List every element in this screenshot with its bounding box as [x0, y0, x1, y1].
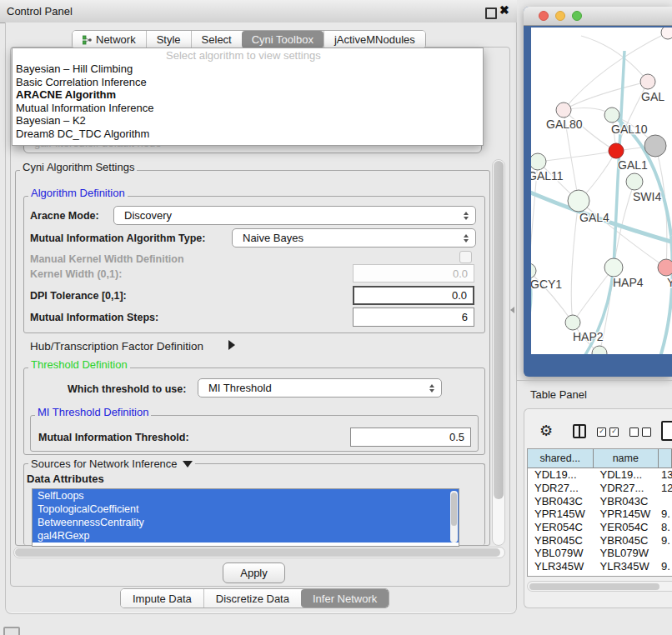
dpi-tolerance-field[interactable]	[353, 286, 474, 305]
manual-kernel-width-checkbox[interactable]	[459, 251, 472, 263]
table-cell: 9.	[659, 508, 672, 520]
tab-style[interactable]: Style	[146, 31, 191, 48]
tab-cyni-toolbox[interactable]: Cyni Toolbox	[242, 31, 323, 48]
select-all-checks-icon[interactable]: ✓✓	[597, 428, 619, 437]
dpi-tolerance-label: DPI Tolerance [0,1]:	[30, 290, 127, 302]
table-cell: YLR345W	[528, 560, 594, 572]
data-attribute-item[interactable]: SelfLoops	[33, 489, 459, 502]
network-node-hap4[interactable]	[604, 258, 623, 277]
column-header[interactable]	[659, 449, 672, 468]
columns-icon[interactable]	[573, 424, 586, 438]
sources-collapse-icon[interactable]	[183, 461, 193, 468]
table-row[interactable]: YLR345WYLR345W9.	[528, 560, 672, 573]
network-node-gal10[interactable]	[604, 108, 619, 122]
algorithm-option[interactable]: Mutual Information Inference	[13, 102, 483, 115]
app-root: Control Panel ✖ NetworkStyleSelectCyni T…	[0, 0, 672, 635]
table-row[interactable]: YPR145WYPR145W9.	[528, 508, 672, 521]
network-edge[interactable]	[656, 236, 672, 354]
table-row[interactable]: YDR27...YDR27...12	[528, 482, 672, 495]
network-node-swi4[interactable]	[626, 173, 643, 190]
network-node-gal4[interactable]	[568, 190, 589, 212]
table-cell: YBL079W	[528, 547, 594, 559]
algorithm-option[interactable]: Dream8 DC_TDC Algorithm	[13, 128, 483, 141]
mi-algorithm-type-combo[interactable]: Naive Bayes	[232, 228, 476, 248]
network-edge[interactable]	[538, 151, 616, 162]
table-row[interactable]: YBL079WYBL079W	[528, 547, 672, 560]
table-row[interactable]: YIL052CYIL052C9.	[528, 573, 672, 578]
algorithm-dropdown-placeholder: Select algorithm to view settings	[13, 48, 483, 62]
table-cell: 8.	[659, 521, 672, 533]
minimize-window-icon[interactable]	[555, 11, 565, 21]
attributes-scrollbar[interactable]	[450, 491, 458, 542]
data-attribute-item[interactable]: TopologicalCoefficient	[33, 502, 459, 516]
column-header[interactable]: shared...	[528, 449, 594, 468]
network-edge[interactable]	[556, 51, 624, 354]
tab-network[interactable]: Network	[73, 31, 146, 48]
panel-divider-arrow[interactable]	[510, 307, 514, 313]
tab-infer-network[interactable]: Infer Network	[301, 589, 389, 608]
algorithm-option[interactable]: Bayesian – Hill Climbing	[13, 62, 483, 76]
network-edge[interactable]	[571, 201, 579, 322]
float-panel-icon[interactable]	[485, 8, 497, 19]
dock-divider	[517, 380, 672, 381]
cyni-settings-group-title: Cyni Algorithm Settings	[20, 161, 137, 173]
close-window-icon[interactable]	[539, 11, 549, 21]
algorithm-dropdown-list: Bayesian – Hill ClimbingBasic Correlatio…	[13, 62, 483, 141]
node-label: SWI4	[633, 190, 661, 203]
column-header[interactable]: name	[594, 449, 659, 468]
data-attributes-list: SelfLoopsTopologicalCoefficientBetweenne…	[32, 488, 459, 547]
network-node[interactable]	[661, 28, 672, 39]
network-node-gal1[interactable]	[609, 143, 624, 158]
algorithm-option[interactable]: Basic Correlation Inference	[13, 76, 483, 89]
algorithm-option[interactable]: ARACNE Algorithm	[13, 88, 483, 102]
table-row[interactable]: YDL19...YDL19...13	[528, 468, 672, 482]
mi-steps-field[interactable]	[353, 308, 474, 327]
network-view-window: GALGAL80GAL10GAL1GAL11SWI4GAL4GCY1HAP4YH…	[524, 7, 672, 377]
algorithm-option[interactable]: Bayesian – K2	[13, 114, 483, 128]
table-cell: YDR27...	[594, 482, 659, 494]
kernel-width-field[interactable]	[353, 264, 474, 282]
data-attribute-item[interactable]: BetweennessCentrality	[33, 516, 459, 529]
data-attribute-item[interactable]: gal4RGexp	[33, 529, 459, 542]
apply-button[interactable]: Apply	[223, 562, 285, 583]
network-node[interactable]	[592, 346, 607, 354]
table-cell: YPR145W	[528, 508, 594, 520]
aracne-mode-value: Discovery	[124, 209, 172, 222]
table-row[interactable]: YBR043CYBR043C	[528, 494, 672, 508]
tab-select[interactable]: Select	[191, 31, 242, 48]
mi-threshold-field[interactable]	[350, 428, 471, 447]
network-node[interactable]	[644, 135, 666, 157]
network-node-gcy1[interactable]	[531, 263, 536, 278]
tab-discretize-data[interactable]: Discretize Data	[203, 589, 301, 608]
deselect-all-checks-icon[interactable]	[629, 428, 651, 437]
tab-jactivemnodules[interactable]: jActiveMNodules	[323, 31, 425, 48]
network-node-hap2[interactable]	[565, 315, 580, 330]
table-cell: YBR043C	[528, 495, 594, 508]
network-edge[interactable]	[638, 351, 672, 354]
network-node-gal80[interactable]	[556, 102, 571, 118]
mi-steps-label: Mutual Information Steps:	[30, 312, 158, 323]
network-window-titlebar[interactable]	[524, 7, 672, 26]
tab-impute-data[interactable]: Impute Data	[121, 589, 203, 608]
table-row[interactable]: YBR045CYBR045C9.	[528, 533, 672, 547]
network-node-gal11[interactable]	[531, 153, 546, 170]
network-node-gal[interactable]	[640, 74, 655, 89]
network-node-y[interactable]	[658, 259, 672, 276]
hub-expand-icon[interactable]	[228, 340, 235, 350]
control-panel-title: Control Panel	[7, 5, 73, 18]
table-row[interactable]: YER054CYER054C8.	[528, 521, 672, 534]
settings-vscrollbar-thumb[interactable]	[494, 161, 504, 499]
hub-section-label: Hub/Transcription Factor Definition	[30, 340, 203, 352]
aracne-mode-combo[interactable]: Discovery	[113, 206, 476, 225]
network-edge[interactable]	[581, 36, 648, 82]
network-canvas[interactable]: GALGAL80GAL10GAL1GAL11SWI4GAL4GCY1HAP4YH…	[531, 28, 672, 354]
document-icon[interactable]	[661, 421, 672, 441]
table-hscrollbar[interactable]	[527, 581, 672, 592]
gear-icon[interactable]: ⚙	[539, 422, 553, 440]
which-threshold-combo[interactable]: MI Threshold	[198, 378, 442, 398]
settings-hscrollbar-thumb[interactable]	[15, 548, 500, 557]
zoom-window-icon[interactable]	[572, 11, 582, 21]
node-attribute-table: shared...name YDL19...YDL19...13YDR27...…	[527, 448, 672, 577]
minimized-panel-icon[interactable]	[3, 627, 20, 635]
close-panel-icon[interactable]: ✖	[499, 3, 509, 17]
